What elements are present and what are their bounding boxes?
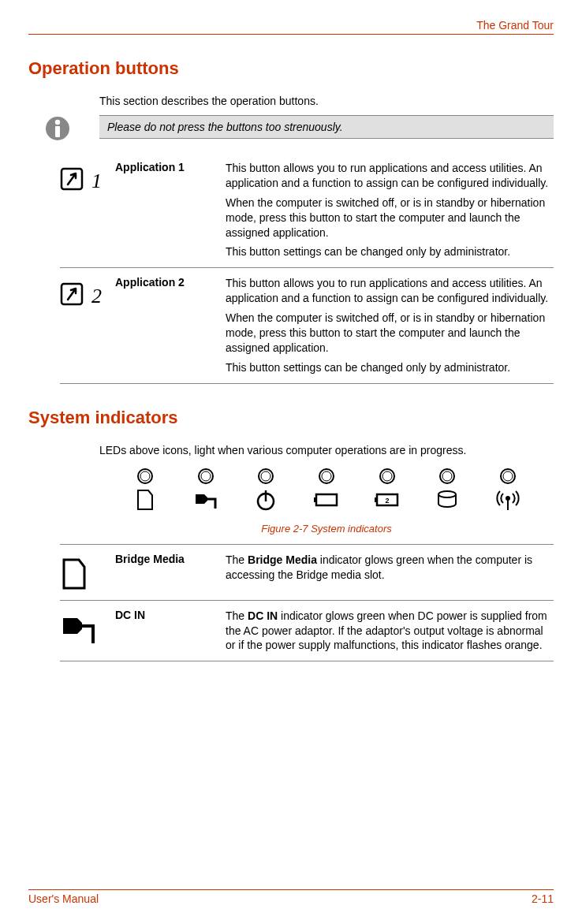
led-dc-in: [182, 468, 229, 512]
app1-desc: This button allows you to run applicatio…: [226, 161, 554, 259]
svg-text:2: 2: [385, 497, 389, 505]
app1-label: Application 1: [115, 161, 226, 173]
svg-point-12: [261, 471, 270, 481]
operation-buttons-heading: Operation buttons: [28, 58, 554, 79]
led-wireless: [484, 468, 532, 512]
svg-text:2: 2: [91, 285, 102, 307]
app2-p2: When the computer is switched off, or is…: [226, 311, 554, 356]
bridge-media-row: Bridge Media The Bridge Media indicator …: [60, 544, 554, 601]
footer-right: 2-11: [532, 892, 554, 905]
app1-p1: This button allows you to run applicatio…: [226, 161, 554, 191]
app2-p3: This button settings can be changed only…: [226, 360, 554, 375]
bridge-media-icon: [60, 553, 115, 592]
svg-point-26: [438, 491, 456, 497]
svg-rect-18: [314, 497, 316, 502]
bridge-media-label: Bridge Media: [115, 553, 226, 565]
footer-left: User's Manual: [28, 892, 99, 905]
app1-p3: This button settings can be changed only…: [226, 244, 554, 259]
dc-in-desc: The DC IN indicator glows green when DC …: [226, 609, 554, 654]
app1-p2: When the computer is switched off, or is…: [226, 196, 554, 240]
led-hdd: [423, 468, 471, 512]
svg-point-2: [55, 120, 60, 125]
indicators-figure: 2 Figure 2-7 System indicators: [99, 468, 554, 535]
page-footer: User's Manual 2-11: [28, 889, 554, 905]
svg-rect-17: [316, 494, 337, 505]
svg-text:1: 1: [91, 170, 102, 192]
app2-desc: This button allows you to run applicatio…: [226, 276, 554, 374]
led-battery-2: 2: [364, 468, 411, 512]
system-indicators-intro: LEDs above icons, light when various com…: [99, 444, 554, 456]
operation-buttons-intro: This section describes the operation but…: [99, 95, 554, 107]
header-right: The Grand Tour: [476, 19, 554, 32]
app2-icon: 2: [60, 276, 115, 311]
note-text: Please do not press the buttons too stre…: [99, 115, 554, 139]
led-bridge-media: [121, 468, 169, 512]
svg-rect-22: [375, 497, 377, 502]
page-header: The Grand Tour: [28, 19, 554, 35]
dc-in-row: DC IN The DC IN indicator glows green wh…: [60, 601, 554, 662]
svg-point-16: [322, 471, 331, 481]
figure-caption: Figure 2-7 System indicators: [99, 523, 554, 535]
system-indicators-heading: System indicators: [28, 408, 554, 428]
bridge-media-desc: The Bridge Media indicator glows green w…: [226, 553, 554, 583]
note-row: Please do not press the buttons too stre…: [44, 115, 554, 145]
app1-icon: 1: [60, 161, 115, 196]
dc-in-icon: [60, 609, 115, 646]
app2-row: 2 Application 2 This button allows you t…: [60, 268, 554, 383]
led-battery: [303, 468, 350, 512]
svg-point-20: [382, 471, 392, 481]
svg-point-28: [503, 471, 513, 481]
svg-rect-1: [55, 126, 60, 137]
app2-p1: This button allows you to run applicatio…: [226, 276, 554, 306]
info-icon: [44, 115, 76, 145]
app1-row: 1 Application 1 This button allows you t…: [60, 153, 554, 268]
app2-label: Application 2: [115, 276, 226, 289]
svg-point-25: [442, 471, 452, 481]
svg-point-10: [201, 471, 211, 481]
svg-point-8: [140, 471, 150, 481]
led-power: [242, 468, 289, 512]
dc-in-label: DC IN: [115, 609, 226, 621]
